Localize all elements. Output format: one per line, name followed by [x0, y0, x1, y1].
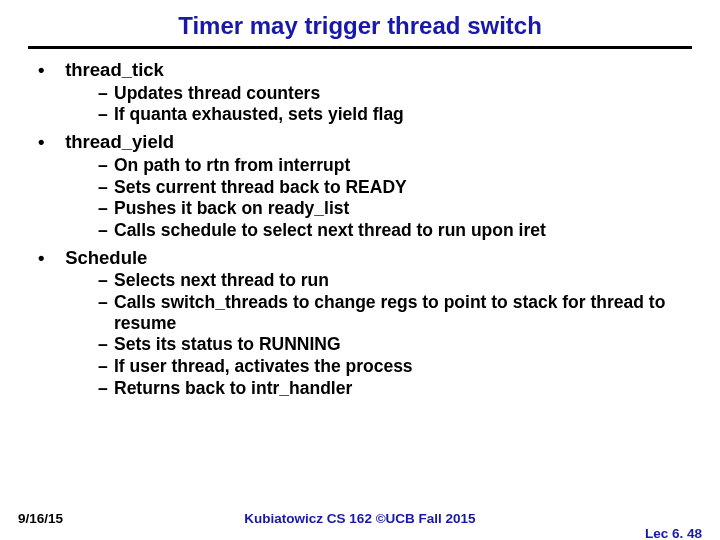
sub-bullet: On path to rtn from interrupt [98, 155, 686, 176]
footer-date: 9/16/15 [18, 511, 63, 526]
sub-bullet: If quanta exhausted, sets yield flag [98, 104, 686, 125]
sub-bullet: Sets current thread back to READY [98, 177, 686, 198]
bullet-schedule: Schedule Selects next thread to run Call… [34, 247, 686, 399]
bullet-label: thread_tick [65, 59, 164, 80]
slide-body: thread_tick Updates thread counters If q… [0, 59, 720, 398]
footer-course: Kubiatowicz CS 162 ©UCB Fall 2015 [0, 511, 720, 526]
sub-bullet: Selects next thread to run [98, 270, 686, 291]
sub-bullet: Sets its status to RUNNING [98, 334, 686, 355]
bullet-label: Schedule [65, 247, 147, 268]
bullet-thread-yield: thread_yield On path to rtn from interru… [34, 131, 686, 240]
sub-bullet: Calls switch_threads to change regs to p… [98, 292, 686, 333]
bullet-label: thread_yield [65, 131, 174, 152]
sub-bullet: Updates thread counters [98, 83, 686, 104]
bullet-thread-tick: thread_tick Updates thread counters If q… [34, 59, 686, 125]
sub-bullet: If user thread, activates the process [98, 356, 686, 377]
sub-bullet: Calls schedule to select next thread to … [98, 220, 686, 241]
sub-bullet: Pushes it back on ready_list [98, 198, 686, 219]
sub-bullet: Returns back to intr_handler [98, 378, 686, 399]
footer-page: Lec 6. 48 [645, 526, 702, 540]
slide-footer: 9/16/15 Kubiatowicz CS 162 ©UCB Fall 201… [0, 511, 720, 526]
slide: Timer may trigger thread switch thread_t… [0, 0, 720, 540]
title-rule [28, 46, 692, 49]
slide-title: Timer may trigger thread switch [0, 0, 720, 46]
